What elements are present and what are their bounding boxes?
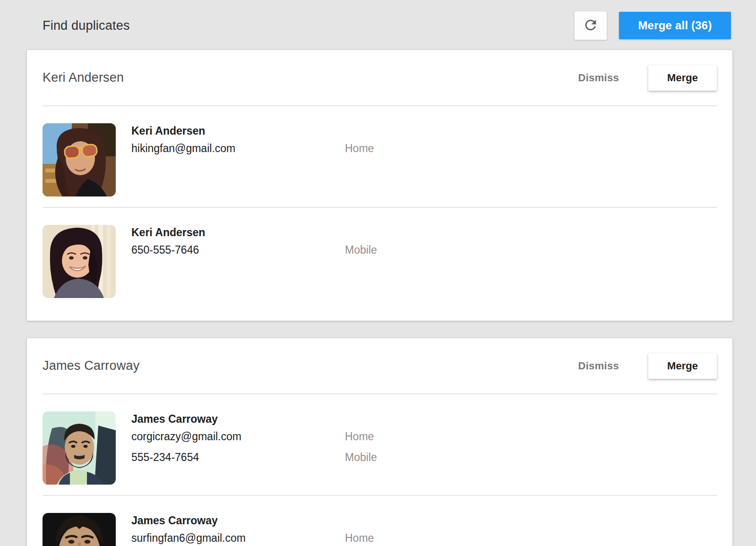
- field-label: Mobile: [345, 450, 377, 464]
- field-value: surfingfan6@gmail.com: [131, 531, 345, 545]
- group-header: James Carroway Dismiss Merge: [43, 338, 717, 393]
- field-label: Mobile: [345, 243, 377, 257]
- field-value: 555-234-7654: [131, 450, 345, 464]
- contact-info: Keri Andersen 650-555-7646 Mobile: [131, 225, 377, 298]
- contact-name: Keri Andersen: [131, 225, 377, 239]
- field-value: hikingfan@gmail.com: [131, 141, 345, 155]
- contact-field: hikingfan@gmail.com Home: [131, 141, 374, 155]
- contact-row[interactable]: Keri Andersen hikingfan@gmail.com Home: [43, 106, 717, 207]
- merge-button[interactable]: Merge: [648, 65, 717, 91]
- contact-info: James Carroway corgicrazy@gmail.com Home…: [131, 411, 377, 485]
- field-label: Home: [345, 141, 374, 155]
- group-title: Keri Andersen: [43, 70, 571, 85]
- refresh-icon: [583, 17, 599, 34]
- contact-field: surfingfan6@gmail.com Home: [131, 531, 374, 545]
- dismiss-button[interactable]: Dismiss: [571, 66, 627, 90]
- merge-button[interactable]: Merge: [648, 353, 717, 379]
- refresh-button[interactable]: [574, 11, 607, 40]
- contact-field: corgicrazy@gmail.com Home: [131, 429, 377, 444]
- group-title: James Carroway: [43, 358, 571, 373]
- contact-name: James Carroway: [131, 513, 374, 528]
- page-title: Find duplicates: [43, 18, 574, 33]
- contact-field: 555-234-7654 Mobile: [131, 450, 377, 464]
- dismiss-button[interactable]: Dismiss: [571, 354, 627, 378]
- merge-all-button[interactable]: Merge all (36): [619, 12, 731, 39]
- contact-avatar-man-car-selfie: [43, 411, 116, 485]
- contact-avatar-man-dark-portrait: [43, 513, 116, 546]
- duplicate-group-card-james-carroway: James Carroway Dismiss Merge: [27, 338, 732, 546]
- contact-name: James Carroway: [131, 412, 377, 426]
- contact-avatar-smiling-woman: [43, 225, 116, 298]
- contact-avatar-woman-with-sunglasses: [43, 123, 116, 196]
- field-label: Home: [345, 429, 374, 444]
- field-label: Home: [345, 531, 374, 545]
- group-header: Keri Andersen Dismiss Merge: [43, 50, 717, 105]
- duplicate-group-card-keri-andersen: Keri Andersen Dismiss Merge: [27, 50, 732, 321]
- contact-row[interactable]: James Carroway surfingfan6@gmail.com Hom…: [43, 496, 717, 546]
- field-value: corgicrazy@gmail.com: [131, 429, 345, 444]
- field-value: 650-555-7646: [131, 243, 345, 257]
- contact-row[interactable]: Keri Andersen 650-555-7646 Mobile: [43, 208, 717, 308]
- topbar: Find duplicates Merge all (36): [0, 0, 756, 50]
- contact-info: James Carroway surfingfan6@gmail.com Hom…: [131, 513, 374, 546]
- contact-field: 650-555-7646 Mobile: [131, 243, 377, 257]
- contact-name: Keri Andersen: [131, 124, 374, 138]
- find-duplicates-page: Find duplicates Merge all (36) Keri Ande…: [0, 0, 756, 546]
- contact-info: Keri Andersen hikingfan@gmail.com Home: [131, 123, 374, 196]
- contact-row[interactable]: James Carroway corgicrazy@gmail.com Home…: [43, 394, 717, 495]
